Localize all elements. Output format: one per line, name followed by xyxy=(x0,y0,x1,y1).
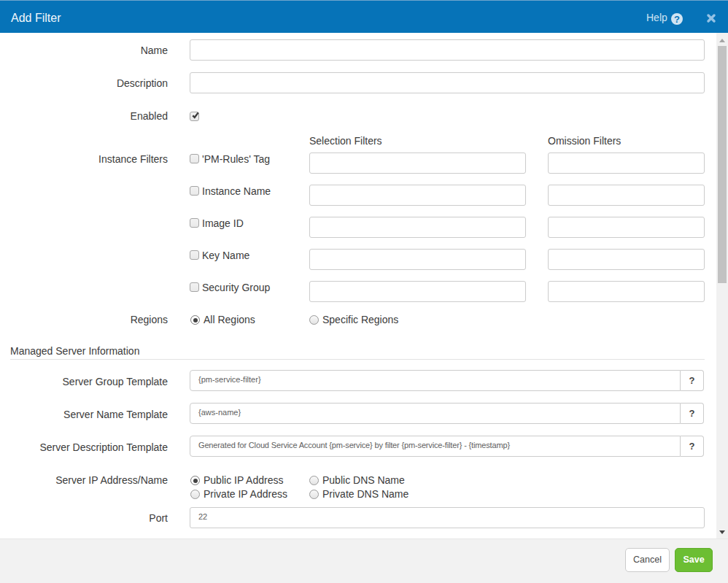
svg-text:?: ? xyxy=(674,14,680,25)
